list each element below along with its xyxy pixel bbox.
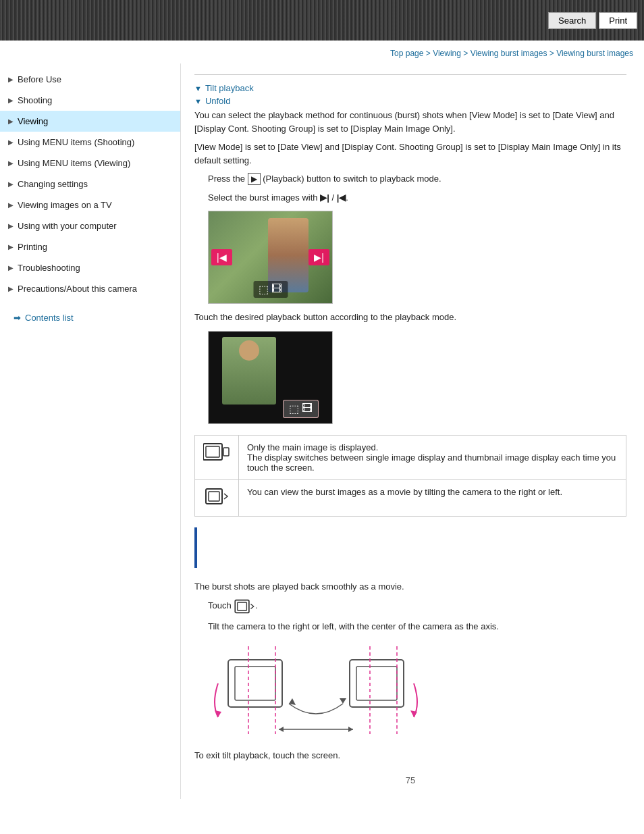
- sidebar-label: Printing: [18, 242, 47, 252]
- prev-burst-button[interactable]: |◀: [211, 249, 232, 265]
- burst-icons-bar-2: ⬚ 🎞: [283, 400, 319, 418]
- child-figure-2: [222, 337, 276, 405]
- breadcrumb-top[interactable]: Top page: [390, 49, 423, 58]
- tilt-playback-label: Tilt playback: [205, 83, 254, 93]
- sidebar-label: Shooting: [18, 95, 52, 105]
- sidebar-item-printing[interactable]: ▶ Printing: [0, 236, 180, 257]
- unfold-label: Unfold: [205, 96, 231, 106]
- breadcrumb-current: Viewing burst images: [556, 49, 633, 58]
- burst-tilt-icon: 🎞: [271, 283, 282, 296]
- sidebar-item-before-use[interactable]: ▶ Before Use: [0, 69, 180, 90]
- sidebar-label: Viewing images on a TV: [18, 200, 112, 210]
- sidebar-label: Using with your computer: [18, 221, 117, 231]
- burst-main-icon-svg: [203, 442, 230, 461]
- arrow-icon: ▶: [8, 285, 14, 292]
- arrow-icon: ▶: [8, 159, 14, 167]
- arrow-icon: ▶: [8, 76, 14, 83]
- sidebar-item-using-menu-viewing[interactable]: ▶ Using MENU items (Viewing): [0, 153, 180, 174]
- child-face: [239, 340, 259, 361]
- step2-text: Select the burst images with ▶| / |◀.: [208, 191, 626, 205]
- feature-desc-tilt: You can view the burst images as a movie…: [239, 479, 626, 516]
- svg-marker-18: [340, 698, 346, 704]
- burst-image-1: |◀ ▶| ⬚ 🎞: [208, 211, 333, 304]
- sidebar-item-shooting[interactable]: ▶ Shooting: [0, 90, 180, 111]
- svg-rect-1: [206, 446, 219, 457]
- triangle-icon: ▼: [194, 97, 202, 105]
- breadcrumb-viewing-burst[interactable]: Viewing burst images: [471, 49, 547, 58]
- burst-tilt-icon-svg: [205, 487, 229, 506]
- arrow-icon: ▶: [8, 243, 14, 251]
- burst-main-icon-2: ⬚: [289, 402, 299, 415]
- sidebar-label: Troubleshooting: [18, 263, 80, 273]
- feature-table: Only the main image is displayed. The di…: [194, 435, 626, 517]
- tilt-diagram: [208, 643, 626, 739]
- svg-marker-20: [279, 727, 284, 732]
- burst-main-display-icon: ⬚: [259, 283, 269, 296]
- section-divider: [194, 74, 626, 75]
- arrow-right-icon: ➡: [14, 313, 21, 323]
- sidebar-label: Precautions/About this camera: [18, 284, 137, 294]
- sidebar-label: Before Use: [18, 74, 61, 84]
- sidebar-label: Using MENU items (Shooting): [18, 137, 134, 147]
- arrow-icon: ▶: [8, 201, 14, 209]
- svg-marker-11: [215, 710, 221, 717]
- intro-text: You can select the playback method for c…: [194, 109, 626, 135]
- burst-image-2: ⬚ 🎞: [208, 331, 333, 424]
- contents-list-link[interactable]: ➡ Contents list: [5, 306, 180, 330]
- table-row: You can view the burst images as a movie…: [195, 479, 626, 516]
- burst-icons-bar: ⬚ 🎞: [253, 281, 288, 298]
- svg-rect-8: [235, 667, 275, 700]
- tilt-playback-link[interactable]: ▼ Tilt playback: [194, 83, 626, 93]
- svg-marker-21: [348, 727, 353, 732]
- search-button[interactable]: Search: [548, 12, 596, 29]
- arrow-icon: ▶: [8, 264, 14, 271]
- header: Search Print: [0, 0, 644, 41]
- arrow-icon: ▶: [8, 97, 14, 104]
- sidebar-item-troubleshooting[interactable]: ▶ Troubleshooting: [0, 257, 180, 278]
- tilt-step1: Touch .: [208, 598, 626, 615]
- sidebar-item-viewing[interactable]: ▶ Viewing: [0, 111, 180, 132]
- tilt-section-bar: [194, 527, 197, 568]
- svg-rect-6: [238, 602, 247, 610]
- arrow-icon: ▶: [8, 118, 14, 125]
- tilt-diagram-svg: [208, 643, 424, 737]
- sidebar-item-using-with-computer[interactable]: ▶ Using with your computer: [0, 215, 180, 236]
- breadcrumb-viewing[interactable]: Viewing: [433, 49, 461, 58]
- breadcrumb: Top page > Viewing > Viewing burst image…: [0, 41, 644, 63]
- sidebar-item-using-menu-shooting[interactable]: ▶ Using MENU items (Shooting): [0, 132, 180, 153]
- icon-cell-main: [195, 435, 239, 479]
- unfold-link[interactable]: ▼ Unfold: [194, 96, 626, 106]
- arrow-icon: ▶: [8, 138, 14, 146]
- triangle-icon: ▼: [194, 84, 202, 93]
- svg-rect-4: [209, 492, 219, 501]
- sidebar-label: Changing settings: [18, 179, 88, 189]
- burst-tilt-icon-2: 🎞: [302, 402, 313, 415]
- feature-desc-main: Only the main image is displayed. The di…: [239, 435, 626, 479]
- print-button[interactable]: Print: [599, 12, 637, 29]
- step3-text: Touch the desired playback button accord…: [194, 311, 626, 324]
- sidebar-item-precautions[interactable]: ▶ Precautions/About this camera: [0, 278, 180, 299]
- page-number: 75: [194, 775, 626, 785]
- svg-rect-2: [223, 448, 229, 456]
- main-layout: ▶ Before Use ▶ Shooting ▶ Viewing ▶ Usin…: [0, 63, 644, 799]
- sidebar-item-changing-settings[interactable]: ▶ Changing settings: [0, 174, 180, 194]
- sidebar-label: Using MENU items (Viewing): [18, 158, 130, 168]
- arrow-icon: ▶: [8, 222, 14, 230]
- sidebar-item-viewing-images-tv[interactable]: ▶ Viewing images on a TV: [0, 194, 180, 215]
- sidebar: ▶ Before Use ▶ Shooting ▶ Viewing ▶ Usin…: [0, 63, 181, 799]
- step1-text: Press the ▶ (Playback) button to switch …: [208, 172, 626, 186]
- icon-cell-tilt: [195, 479, 239, 516]
- touch-icon: [234, 598, 255, 615]
- next-burst-button[interactable]: ▶|: [308, 249, 329, 265]
- content-area: ▼ Tilt playback ▼ Unfold You can select …: [181, 63, 640, 799]
- table-row: Only the main image is displayed. The di…: [195, 435, 626, 479]
- intro-text2: [View Mode] is set to [Date View] and [D…: [194, 140, 626, 167]
- tilt-step2: Tilt the camera to the right or left, wi…: [208, 620, 626, 633]
- arrow-icon: ▶: [8, 180, 14, 188]
- tilt-step3: To exit tilt playback, touch the screen.: [194, 749, 626, 762]
- contents-link-label: Contents list: [25, 313, 74, 323]
- svg-rect-13: [356, 667, 397, 700]
- tilt-intro: The burst shots are played back smoothly…: [194, 580, 626, 594]
- tilt-section-header: [194, 527, 626, 575]
- sidebar-label: Viewing: [18, 116, 48, 126]
